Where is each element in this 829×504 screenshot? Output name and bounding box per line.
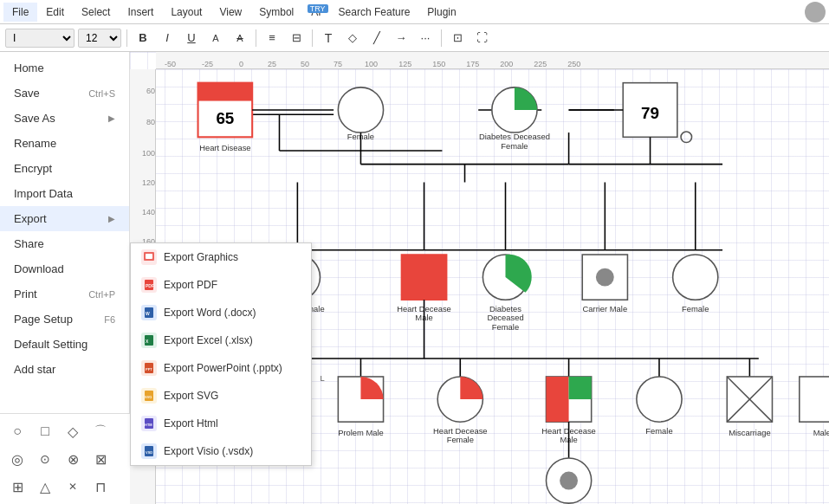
svg-text:VSD: VSD	[146, 450, 152, 455]
menu-select[interactable]: Select	[73, 3, 119, 22]
arrow-button[interactable]: →	[391, 28, 411, 48]
shape-x-square[interactable]: ⊠	[88, 447, 113, 471]
main-area: Home Save Ctrl+S Save As ▶ Rename Encryp…	[0, 52, 829, 504]
file-menu-share[interactable]: Share	[0, 231, 129, 256]
svg-text:Male: Male	[813, 428, 829, 437]
svg-text:Carrier Male: Carrier Male	[583, 304, 628, 313]
export-word-item[interactable]: W Export Word (.docx)	[131, 299, 311, 326]
file-menu-default-setting[interactable]: Default Setting	[0, 332, 129, 357]
export-svg-item[interactable]: SVG Export SVG	[131, 382, 311, 410]
svg-rect-1	[146, 254, 152, 259]
svg-text:PDF: PDF	[146, 283, 154, 288]
app-logo	[805, 2, 826, 23]
svg-text:79: 79	[641, 104, 659, 122]
file-menu-rename[interactable]: Rename	[0, 131, 129, 156]
svg-point-24	[338, 87, 383, 132]
file-menu-import-data[interactable]: Import Data	[0, 181, 129, 206]
export-html-item[interactable]: HTM Export Html	[131, 410, 311, 437]
shape-double-arc[interactable]: ⊓	[88, 475, 113, 499]
export-pdf-icon: PDF	[141, 277, 157, 293]
menu-file[interactable]: File	[3, 3, 37, 22]
fullscreen-button[interactable]: ⛶	[471, 28, 492, 48]
shape-circle[interactable]: ○	[5, 419, 29, 443]
export-submenu: Export Graphics PDF Export PDF W Export …	[130, 242, 312, 466]
svg-text:Heart Decease: Heart Decease	[433, 426, 488, 436]
svg-text:Miscarriage: Miscarriage	[729, 428, 770, 437]
svg-rect-77	[546, 377, 568, 422]
menu-search-feature[interactable]: Search Feature	[330, 3, 419, 22]
underline-button[interactable]: U	[181, 28, 202, 48]
svg-rect-20	[198, 83, 253, 101]
page-view-button[interactable]: ⊡	[447, 28, 468, 48]
export-svg-icon: SVG	[141, 388, 157, 404]
svg-point-37	[681, 132, 692, 143]
menu-insert[interactable]: Insert	[119, 3, 162, 22]
file-menu-print[interactable]: Print Ctrl+P	[0, 281, 129, 307]
export-pptx-item[interactable]: PPT Export PowerPoint (.pptx)	[131, 354, 311, 382]
file-menu-panel: Home Save Ctrl+S Save As ▶ Rename Encryp…	[0, 52, 130, 504]
shape-diamond[interactable]: ◇	[61, 419, 85, 443]
export-graphics-icon	[141, 249, 157, 265]
menu-plugin[interactable]: Plugin	[418, 3, 464, 22]
menu-view[interactable]: View	[210, 3, 250, 22]
shape-x-circle[interactable]: ⊗	[61, 447, 85, 471]
export-graphics-item[interactable]: Export Graphics	[131, 243, 311, 271]
file-menu-encrypt[interactable]: Encrypt	[0, 156, 129, 181]
file-menu-export[interactable]: Export ▶	[0, 206, 129, 231]
svg-text:Female: Female	[682, 304, 709, 313]
svg-text:Diabetes Deceased: Diabetes Deceased	[479, 132, 550, 141]
svg-point-91	[560, 472, 578, 490]
italic-button[interactable]: I	[157, 28, 178, 48]
align-left-button[interactable]: ≡	[262, 28, 282, 48]
svg-text:Female: Female	[501, 141, 528, 151]
shape-dashed-circle[interactable]: ⊙	[33, 447, 57, 471]
file-menu-home[interactable]: Home	[0, 55, 129, 81]
file-menu-add-star[interactable]: Add star	[0, 357, 129, 382]
bold-button[interactable]: B	[133, 28, 153, 48]
export-visio-icon: VSD	[141, 443, 157, 459]
svg-text:SVG: SVG	[145, 395, 152, 399]
font-family-select[interactable]: I	[5, 29, 74, 48]
svg-rect-78	[569, 377, 592, 399]
file-menu-save[interactable]: Save Ctrl+S	[0, 81, 129, 106]
more-button[interactable]: ···	[415, 28, 436, 48]
shape-x-triangle[interactable]: ✕	[61, 475, 85, 499]
export-excel-icon: X	[141, 333, 157, 348]
svg-text:Female: Female	[492, 322, 519, 332]
font-color-button[interactable]: A	[205, 28, 226, 48]
shape-square[interactable]: □	[33, 419, 57, 443]
export-word-icon: W	[141, 305, 157, 320]
export-pptx-icon: PPT	[141, 360, 157, 376]
export-visio-item[interactable]: VSD Export Visio (.vsdx)	[131, 437, 311, 465]
shape-triangle[interactable]: △	[33, 475, 57, 499]
svg-text:Heart Disease: Heart Disease	[199, 143, 250, 152]
export-excel-item[interactable]: X Export Excel (.xlsx)	[131, 326, 311, 354]
align-options-button[interactable]: ⊟	[286, 28, 307, 48]
file-menu-page-setup[interactable]: Page Setup F6	[0, 307, 129, 332]
menu-layout[interactable]: Layout	[162, 3, 210, 22]
line-button[interactable]: ╱	[366, 28, 387, 48]
shape-hash-square[interactable]: ⊞	[5, 475, 29, 499]
file-menu-download[interactable]: Download	[0, 256, 129, 281]
svg-text:W: W	[146, 311, 150, 316]
shape-arc[interactable]: ⌒	[88, 419, 113, 443]
svg-text:Diabetes: Diabetes	[489, 304, 521, 313]
shape-button[interactable]: ◇	[342, 28, 363, 48]
export-html-icon: HTM	[141, 416, 157, 431]
shape-circle-dot[interactable]: ◎	[5, 447, 29, 471]
svg-text:Female: Female	[645, 426, 672, 436]
file-menu-save-as[interactable]: Save As ▶	[0, 106, 129, 131]
svg-point-60	[673, 255, 718, 300]
menu-edit[interactable]: Edit	[37, 3, 73, 22]
svg-point-58	[596, 268, 614, 287]
strikethrough-button[interactable]: A	[230, 28, 250, 48]
export-pdf-item[interactable]: PDF Export PDF	[131, 271, 311, 299]
text-button[interactable]: T	[318, 28, 339, 48]
shapes-panel: ○ □ ◇ ⌒ ◎ ⊙ ⊗ ⊠ ⊞ △ ✕ ⊓	[0, 413, 130, 504]
font-size-select[interactable]: 12	[78, 29, 121, 48]
toolbar: I 12 B I U A A ≡ ⊟ T ◇ ╱ → ··· ⊡ ⛶	[0, 24, 829, 52]
svg-rect-87	[800, 377, 829, 422]
menu-symbol[interactable]: Symbol	[250, 3, 302, 22]
svg-text:Deceased: Deceased	[487, 313, 523, 322]
menu-ai[interactable]: AITRY	[302, 3, 329, 22]
